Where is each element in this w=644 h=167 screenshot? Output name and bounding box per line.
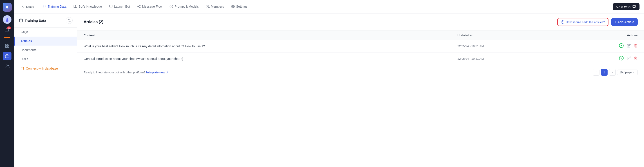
integrate-now-link[interactable]: Integrate now ↗ <box>146 71 168 74</box>
svg-point-13 <box>140 7 140 8</box>
pagination: 1 10 / page <box>593 69 638 76</box>
row2-content: General introduction about your shop (wh… <box>77 52 451 65</box>
briefcase-icon[interactable] <box>3 52 12 60</box>
sidebar-urls-label: URLs <box>20 57 28 61</box>
sidebar-item-connect-db[interactable]: Connect with database <box>14 63 77 73</box>
chat-with-label: Chat with <box>616 5 630 8</box>
tab-bots-knowledge[interactable]: Bot's Knowledge <box>70 0 106 13</box>
svg-rect-6 <box>8 46 9 48</box>
svg-point-9 <box>43 5 46 6</box>
add-article-button[interactable]: + Add Article <box>611 18 638 26</box>
grid-icon[interactable] <box>3 41 12 50</box>
svg-rect-4 <box>8 44 9 46</box>
svg-rect-10 <box>110 5 112 7</box>
sidebar-db-label: Connect with database <box>26 67 58 70</box>
tab-training-data[interactable]: Training Data <box>39 0 70 13</box>
tab-message-flow-label: Message Flow <box>142 5 162 8</box>
panel-title-text: Training Data <box>25 19 46 22</box>
add-article-label: + Add Article <box>615 20 634 24</box>
row2-actions <box>558 52 644 65</box>
panel-header: Training Data <box>14 13 77 28</box>
how-to-label: How should I add the articles? <box>566 20 605 24</box>
tab-settings[interactable]: Settings <box>228 0 251 13</box>
back-button[interactable]: Nexlo <box>19 3 36 10</box>
row2-updated-at: 22/05/24 - 10:31 AM <box>451 52 558 65</box>
table-row: General introduction about your shop (wh… <box>77 52 644 65</box>
tab-settings-label: Settings <box>236 5 248 8</box>
row1-updated-at: 22/05/24 - 10:31 AM <box>451 40 558 52</box>
panel-title: Training Data <box>19 18 46 22</box>
sidebar-item-articles[interactable]: Articles <box>14 37 77 46</box>
col-updated-at: Updated at <box>451 31 558 40</box>
tab-prompt-models-label: Prompt & Models <box>174 5 198 8</box>
svg-point-18 <box>232 6 234 7</box>
footer-text-static: Ready to integrate your bot with other p… <box>84 71 146 74</box>
tab-members-label: Members <box>211 5 224 8</box>
svg-rect-7 <box>6 55 9 58</box>
col-content: Content <box>77 31 451 40</box>
page-number: 1 <box>603 71 605 74</box>
svg-rect-3 <box>6 44 7 46</box>
svg-point-16 <box>171 6 172 7</box>
users-icon[interactable] <box>3 62 12 71</box>
tab-prompt-models[interactable]: Prompt & Models <box>166 0 202 13</box>
svg-point-1 <box>6 18 8 20</box>
table-footer: Ready to integrate your bot with other p… <box>77 65 644 79</box>
row1-content: What is your best seller? How much is it… <box>77 40 451 52</box>
sidebar-item-documents[interactable]: Documents <box>14 46 77 55</box>
svg-point-20 <box>19 19 22 20</box>
per-page-select[interactable]: 10 / page <box>617 70 638 75</box>
tab-bots-knowledge-label: Bot's Knowledge <box>78 5 102 8</box>
row2-edit-icon[interactable] <box>627 56 631 61</box>
bell-icon[interactable]: 99 <box>3 26 12 34</box>
row1-edit-icon[interactable] <box>627 44 631 48</box>
how-to-button[interactable]: How should I add the articles? <box>557 18 608 26</box>
row1-actions <box>558 40 644 52</box>
row2-delete-icon[interactable] <box>634 56 638 61</box>
sidebar-item-urls[interactable]: URLs <box>14 55 77 63</box>
bell-badge: 99 <box>7 26 11 29</box>
row2-check-icon[interactable] <box>619 56 624 62</box>
svg-line-22 <box>70 21 70 22</box>
user-avatar-icon[interactable] <box>3 15 12 24</box>
footer-text: Ready to integrate your bot with other p… <box>84 71 168 74</box>
orange-indicator <box>4 37 10 38</box>
topnav: Nexlo Training Data Bot's Knowledge Laun… <box>14 0 644 13</box>
sidebar-documents-label: Documents <box>20 48 36 52</box>
actions-cell-1 <box>564 43 638 49</box>
sidebar-faqs-label: FAQs <box>20 30 28 34</box>
table-row: What is your best seller? How much is it… <box>77 40 644 52</box>
svg-point-2 <box>6 20 9 22</box>
page-1-button[interactable]: 1 <box>601 69 608 76</box>
svg-point-8 <box>6 65 8 66</box>
right-panel: Articles (2) How should I add the articl… <box>77 13 644 167</box>
per-page-value: 10 / page <box>620 71 632 74</box>
next-page-button[interactable] <box>609 69 616 76</box>
search-button[interactable] <box>66 17 73 24</box>
table-header-row: Content Updated at Actions <box>77 31 644 40</box>
nav-tabs: Training Data Bot's Knowledge Launch Bot… <box>39 0 613 13</box>
tab-message-flow[interactable]: Message Flow <box>134 0 166 13</box>
svg-line-15 <box>138 6 140 7</box>
sidebar-item-faqs[interactable]: FAQs <box>14 28 77 37</box>
col-actions: Actions <box>558 31 644 40</box>
articles-table: Content Updated at Actions What is your … <box>77 31 644 65</box>
svg-point-12 <box>140 5 140 6</box>
chat-with-button[interactable]: Chat with <box>613 3 640 10</box>
tab-members[interactable]: Members <box>202 0 228 13</box>
tab-training-data-label: Training Data <box>48 5 66 8</box>
svg-point-21 <box>68 19 70 21</box>
articles-header-right: How should I add the articles? + Add Art… <box>557 18 638 26</box>
svg-point-11 <box>138 6 138 7</box>
prev-page-button[interactable] <box>593 69 600 76</box>
icon-sidebar: 99 <box>0 0 14 167</box>
sidebar-articles-label: Articles <box>20 39 32 43</box>
svg-point-23 <box>21 67 24 68</box>
row1-delete-icon[interactable] <box>634 44 638 48</box>
tab-launch-bot[interactable]: Launch Bot <box>106 0 134 13</box>
row1-check-icon[interactable] <box>619 43 624 49</box>
main-wrapper: Nexlo Training Data Bot's Knowledge Laun… <box>14 0 644 167</box>
app-logo[interactable] <box>3 3 12 12</box>
app-title: Nexlo <box>26 5 34 8</box>
tab-launch-bot-label: Launch Bot <box>114 5 130 8</box>
